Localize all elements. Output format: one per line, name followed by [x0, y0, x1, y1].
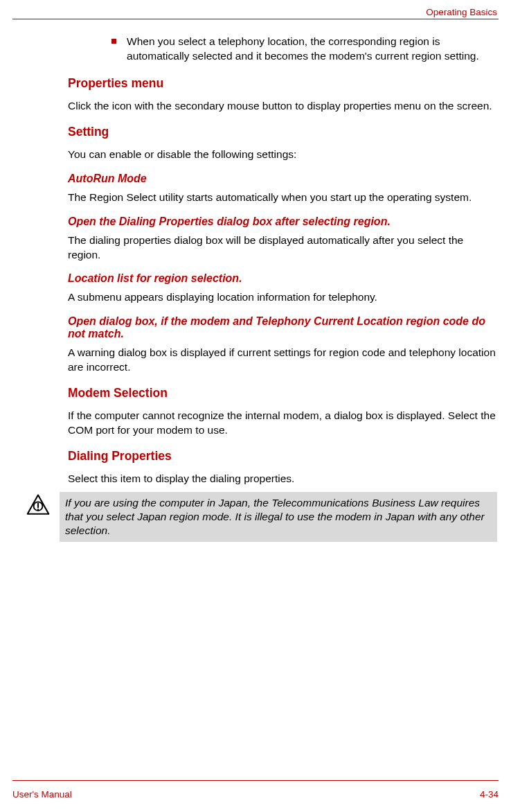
header-divider [12, 19, 499, 19]
heading-dialing-properties: Dialing Properties [12, 449, 497, 464]
warning-text: If you are using the computer in Japan, … [60, 492, 497, 542]
section-header: Operating Basics [12, 7, 499, 17]
heading-properties-menu: Properties menu [12, 76, 497, 91]
subheading-open-dialing: Open the Dialing Properties dialog box a… [68, 215, 497, 228]
footer-divider [12, 780, 499, 781]
body-location-list: A submenu appears displaying location in… [68, 290, 497, 305]
body-autorun: The Region Select utility starts automat… [68, 191, 497, 205]
body-dialing-properties: Select this item to display the dialing … [68, 472, 497, 486]
footer-page-number: 4-34 [480, 789, 499, 800]
heading-modem-selection: Modem Selection [12, 386, 497, 400]
subheading-open-dialog-mismatch: Open dialog box, if the modem and Teleph… [68, 315, 497, 340]
svg-point-3 [37, 509, 39, 510]
subheading-location-list: Location list for region selection. [68, 272, 497, 285]
footer-manual-label: User's Manual [12, 789, 72, 800]
body-modem-selection: If the computer cannot recognize the int… [68, 409, 497, 438]
page-footer: User's Manual 4-34 [12, 775, 499, 800]
body-open-dialing: The dialing properties dialog box will b… [68, 233, 497, 263]
bullet-item: ■ When you select a telephony location, … [111, 35, 497, 64]
heading-setting: Setting [12, 125, 497, 139]
bullet-text: When you select a telephony location, th… [127, 35, 497, 64]
body-setting-intro: You can enable or disable the following … [68, 148, 497, 162]
square-bullet-icon: ■ [111, 35, 117, 47]
body-open-dialog-mismatch: A warning dialog box is displayed if cur… [68, 346, 497, 375]
body-properties-menu: Click the icon with the secondary mouse … [68, 99, 497, 114]
warning-icon [26, 493, 50, 517]
subheading-autorun: AutoRun Mode [68, 173, 497, 185]
content-area: ■ When you select a telephony location, … [12, 35, 499, 542]
warning-note: If you are using the computer in Japan, … [26, 492, 497, 542]
